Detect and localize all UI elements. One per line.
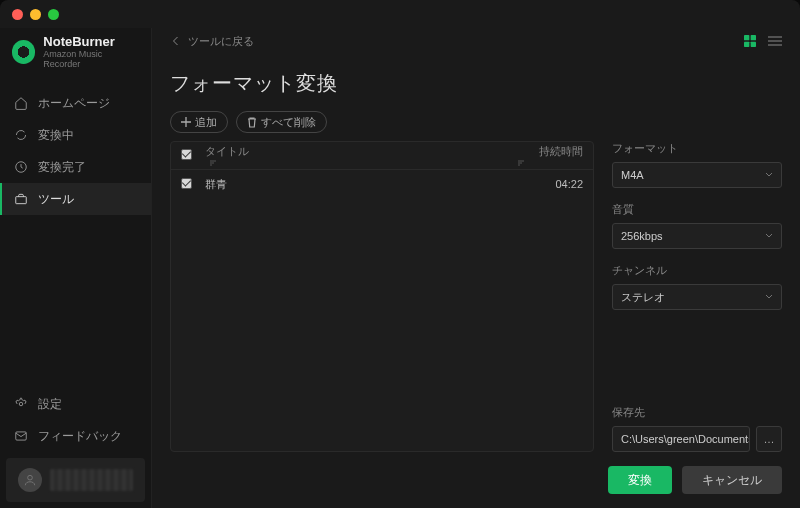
sort-icon xyxy=(517,159,525,167)
ellipsis-icon: … xyxy=(764,433,775,445)
header-duration[interactable]: 持続時間 xyxy=(513,144,583,167)
destination-path-input[interactable]: C:\Users\green\Documents xyxy=(612,426,750,452)
field-format: フォーマット M4A xyxy=(612,141,782,188)
svg-rect-1 xyxy=(16,197,27,204)
chevron-down-icon xyxy=(765,232,773,240)
svg-point-2 xyxy=(19,402,23,406)
settings-panel: フォーマット M4A 音質 256kbps xyxy=(612,141,782,452)
row-checkbox[interactable] xyxy=(181,178,192,189)
sidebar-item-settings[interactable]: 設定 xyxy=(0,388,151,420)
sidebar-item-label: ホームページ xyxy=(38,95,110,112)
plus-icon xyxy=(181,117,191,127)
field-destination: 保存先 C:\Users\green\Documents … xyxy=(612,405,782,452)
svg-rect-7 xyxy=(744,42,749,47)
refresh-icon xyxy=(14,128,28,142)
mail-icon xyxy=(14,429,28,443)
svg-point-4 xyxy=(28,475,33,480)
sidebar-item-tools[interactable]: ツール xyxy=(0,183,151,215)
sidebar-item-home[interactable]: ホームページ xyxy=(0,87,151,119)
chevron-down-icon xyxy=(765,171,773,179)
sidebar-item-completed[interactable]: 変換完了 xyxy=(0,151,151,183)
svg-rect-5 xyxy=(744,35,749,40)
select-format[interactable]: M4A xyxy=(612,162,782,188)
home-icon xyxy=(14,96,28,110)
sidebar-item-label: ツール xyxy=(38,191,74,208)
clock-icon xyxy=(14,160,28,174)
svg-rect-3 xyxy=(16,432,27,440)
track-table: タイトル 持続時間 群青 04:22 xyxy=(170,141,594,452)
back-label: ツールに戻る xyxy=(188,34,254,49)
sort-icon xyxy=(209,159,217,167)
label-quality: 音質 xyxy=(612,202,782,217)
gear-icon xyxy=(14,397,28,411)
user-name-redacted xyxy=(50,469,133,491)
user-account-row[interactable] xyxy=(6,458,145,502)
add-button[interactable]: 追加 xyxy=(170,111,228,133)
field-channel: チャンネル ステレオ xyxy=(612,263,782,310)
app-logo-icon xyxy=(12,40,35,64)
arrow-left-icon xyxy=(170,35,182,47)
sidebar: NoteBurner Amazon Music Recorder ホームページ … xyxy=(0,28,152,508)
close-window-button[interactable] xyxy=(12,9,23,20)
cancel-button[interactable]: キャンセル xyxy=(682,466,782,494)
sidebar-item-label: 変換中 xyxy=(38,127,74,144)
toolbox-icon xyxy=(14,192,28,206)
svg-rect-8 xyxy=(751,42,756,47)
label-format: フォーマット xyxy=(612,141,782,156)
sidebar-nav-bottom: 設定 フィードバック xyxy=(0,388,151,508)
avatar-icon xyxy=(18,468,42,492)
sidebar-nav: ホームページ 変換中 変換完了 ツール xyxy=(0,87,151,215)
select-quality[interactable]: 256kbps xyxy=(612,223,782,249)
add-label: 追加 xyxy=(195,115,217,130)
minimize-window-button[interactable] xyxy=(30,9,41,20)
label-channel: チャンネル xyxy=(612,263,782,278)
header-title[interactable]: タイトル xyxy=(205,144,503,167)
convert-button[interactable]: 変換 xyxy=(608,466,672,494)
back-link[interactable]: ツールに戻る xyxy=(170,34,254,49)
brand: NoteBurner Amazon Music Recorder xyxy=(0,28,151,83)
toolbar: 追加 すべて削除 xyxy=(170,111,782,133)
page-title: フォーマット変換 xyxy=(170,70,782,97)
svg-rect-6 xyxy=(751,35,756,40)
main-area: ツールに戻る フォーマット変換 追加 すべて削除 xyxy=(152,28,800,508)
hamburger-icon[interactable] xyxy=(768,36,782,46)
clear-all-button[interactable]: すべて削除 xyxy=(236,111,327,133)
field-quality: 音質 256kbps xyxy=(612,202,782,249)
titlebar xyxy=(0,0,800,28)
sidebar-item-feedback[interactable]: フィードバック xyxy=(0,420,151,452)
app-name: NoteBurner xyxy=(43,34,139,49)
select-channel[interactable]: ステレオ xyxy=(612,284,782,310)
app-window: NoteBurner Amazon Music Recorder ホームページ … xyxy=(0,0,800,508)
trash-icon xyxy=(247,117,257,128)
footer: 変換 キャンセル xyxy=(170,466,782,494)
sidebar-item-label: 設定 xyxy=(38,396,62,413)
label-destination: 保存先 xyxy=(612,405,782,420)
topbar: ツールに戻る xyxy=(170,26,782,56)
sidebar-item-label: 変換完了 xyxy=(38,159,86,176)
row-duration: 04:22 xyxy=(513,178,583,190)
maximize-window-button[interactable] xyxy=(48,9,59,20)
sidebar-item-converting[interactable]: 変換中 xyxy=(0,119,151,151)
grid-view-icon[interactable] xyxy=(742,33,758,49)
table-row[interactable]: 群青 04:22 xyxy=(171,170,593,198)
browse-button[interactable]: … xyxy=(756,426,782,452)
table-header: タイトル 持続時間 xyxy=(171,142,593,170)
chevron-down-icon xyxy=(765,293,773,301)
select-all-checkbox[interactable] xyxy=(181,149,192,160)
window-controls xyxy=(12,9,59,20)
app-subtitle: Amazon Music Recorder xyxy=(43,49,139,69)
clear-label: すべて削除 xyxy=(261,115,316,130)
row-title: 群青 xyxy=(205,177,503,192)
sidebar-item-label: フィードバック xyxy=(38,428,122,445)
